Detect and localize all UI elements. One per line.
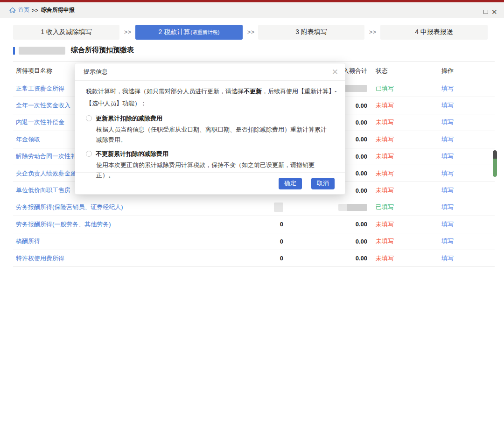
fill-action-link[interactable]: 填写 xyxy=(441,220,454,229)
title-accent-bar xyxy=(13,47,15,55)
income-item-link[interactable]: 全年一次性奖金收入 xyxy=(16,101,70,110)
amount-value: 0.00 xyxy=(356,136,367,143)
fill-action-link[interactable]: 填写 xyxy=(441,152,454,161)
count-value: 0 xyxy=(280,255,283,262)
intro-text-1: 税款计算时，我选择（如只需对部分人员进行更新，请选择 xyxy=(86,88,244,95)
redacted-company-name xyxy=(19,47,65,55)
table-row: 劳务报酬所得(保险营销员、证券经纪人) 已填写 填写 xyxy=(13,199,495,216)
amount-value: 0.00 xyxy=(356,255,367,262)
dialog-header: 提示信息 xyxy=(75,63,345,81)
income-item-link[interactable]: 单位低价向职工售房 xyxy=(16,186,70,195)
option-update-label[interactable]: 更新累计扣除的减除费用 xyxy=(96,115,162,122)
amount-value: 0.00 xyxy=(356,102,367,109)
income-item-link[interactable]: 稿酬所得 xyxy=(16,237,40,245)
amount-value: 0.00 xyxy=(356,221,367,228)
income-item-link[interactable]: 正常工资薪金所得 xyxy=(16,84,64,93)
breadcrumb: 首页 >> 综合所得申报 ✕ xyxy=(0,2,504,18)
step-2-sublabel: (请重新计税) xyxy=(190,29,219,36)
income-item-link[interactable]: 劳务报酬所得(保险营销员、证券经纪人) xyxy=(16,203,123,211)
fill-action-link[interactable]: 填写 xyxy=(441,186,454,195)
fill-action-link[interactable]: 填写 xyxy=(441,135,454,144)
status-badge: 未填写 xyxy=(376,237,394,245)
status-badge: 未填写 xyxy=(376,169,394,178)
income-item-link[interactable]: 劳务报酬所得(一般劳务、其他劳务) xyxy=(16,220,111,229)
redacted-value xyxy=(342,85,367,92)
fill-action-link[interactable]: 填写 xyxy=(441,101,454,110)
home-icon xyxy=(9,7,16,14)
radio-update[interactable] xyxy=(86,115,92,121)
scrollbar-thumb[interactable] xyxy=(493,150,497,177)
status-badge: 未填写 xyxy=(376,186,394,195)
option-update-desc: 根据人员当前信息（任职受雇从业日期、离职日期、是否扣除减除费用）重新计算累计减除… xyxy=(96,125,332,145)
status-badge: 未填写 xyxy=(376,152,394,161)
close-icon[interactable]: ✕ xyxy=(491,7,497,17)
amount-value: 0.00 xyxy=(356,119,367,126)
step-1-income[interactable]: 1 收入及减除填写 xyxy=(13,25,119,40)
step-3-schedules[interactable]: 3 附表填写 xyxy=(258,25,364,40)
income-item-link[interactable]: 年金领取 xyxy=(16,135,40,144)
fill-action-link[interactable]: 填写 xyxy=(441,203,454,211)
scrollbar-track xyxy=(500,61,500,266)
fill-action-link[interactable]: 填写 xyxy=(441,118,454,126)
amount-value: 0.00 xyxy=(356,170,367,177)
cancel-button[interactable]: 取消 xyxy=(311,178,335,189)
step-2-label: 2 税款计算 xyxy=(158,28,190,36)
income-item-link[interactable]: 特许权使用费所得 xyxy=(16,254,64,263)
step-separator-1: >> xyxy=(122,25,133,40)
breadcrumb-separator: >> xyxy=(32,7,39,13)
dialog-intro-text: 税款计算时，我选择（如只需对部分人员进行更新，请选择不更新，后续再使用【重新计算… xyxy=(86,85,342,110)
breadcrumb-current: 综合所得申报 xyxy=(41,6,75,14)
amount-value: 0.00 xyxy=(356,238,367,245)
option-no-update-label[interactable]: 不更新累计扣除的减除费用 xyxy=(96,150,168,157)
intro-text-bold: 不更新 xyxy=(244,88,262,95)
fill-action-link[interactable]: 填写 xyxy=(441,237,454,245)
step-1-label: 1 收入及减除填写 xyxy=(41,28,92,36)
table-row: 特许权使用费所得 0 0.00 未填写 填写 xyxy=(13,250,495,267)
status-badge: 未填写 xyxy=(376,220,394,229)
maximize-icon[interactable] xyxy=(483,10,488,14)
status-badge: 已填写 xyxy=(376,84,394,93)
dialog-body: 税款计算时，我选择（如只需对部分人员进行更新，请选择不更新，后续再使用【重新计算… xyxy=(75,81,345,181)
table-row: 劳务报酬所得(一般劳务、其他劳务) 0 0.00 未填写 填写 xyxy=(13,216,495,233)
confirm-button[interactable]: 确定 xyxy=(279,178,302,189)
fill-action-link[interactable]: 填写 xyxy=(441,169,454,178)
redacted-value xyxy=(274,203,283,212)
step-4-submit[interactable]: 4 申报表报送 xyxy=(380,25,488,40)
status-badge: 未填写 xyxy=(376,118,394,126)
fill-action-link[interactable]: 填写 xyxy=(441,254,454,263)
status-badge: 未填写 xyxy=(376,101,394,110)
step-separator-3: >> xyxy=(367,25,378,40)
income-item-link[interactable]: 内退一次性补偿金 xyxy=(16,118,64,126)
header-action: 操作 xyxy=(435,62,495,80)
page-title: 综合所得预扣预缴表 xyxy=(71,46,134,55)
status-badge: 未填写 xyxy=(376,135,394,144)
dialog-footer: 确定 取消 xyxy=(75,172,345,194)
dialog-close-icon[interactable]: ✕ xyxy=(332,67,338,77)
radio-no-update[interactable] xyxy=(86,151,92,157)
step-3-label: 3 附表填写 xyxy=(295,28,327,36)
table-row: 稿酬所得 0 0.00 未填写 填写 xyxy=(13,233,495,250)
prompt-dialog: 提示信息 ✕ 税款计算时，我选择（如只需对部分人员进行更新，请选择不更新，后续再… xyxy=(75,63,345,195)
status-badge: 已填写 xyxy=(376,203,394,211)
step-4-label: 4 申报表报送 xyxy=(415,28,453,36)
count-value: 0 xyxy=(280,221,283,228)
amount-value: 0.00 xyxy=(356,187,367,194)
header-status: 状态 xyxy=(372,62,435,80)
amount-value: 0.00 xyxy=(356,153,367,160)
dialog-title: 提示信息 xyxy=(84,68,108,76)
step-separator-2: >> xyxy=(245,25,257,40)
app-window: 首页 >> 综合所得申报 ✕ 1 收入及减除填写 >> 2 税款计算 (请重新计… xyxy=(0,0,504,440)
breadcrumb-home-link[interactable]: 首页 xyxy=(18,6,29,14)
count-value: 0 xyxy=(280,238,283,245)
redacted-value xyxy=(338,204,367,211)
step-2-tax-calc[interactable]: 2 税款计算 (请重新计税) xyxy=(135,25,243,40)
option-update: 更新累计扣除的减除费用 根据人员当前信息（任职受雇从业日期、离职日期、是否扣除减… xyxy=(86,114,336,145)
fill-action-link[interactable]: 填写 xyxy=(441,84,454,93)
status-badge: 未填写 xyxy=(376,254,394,263)
